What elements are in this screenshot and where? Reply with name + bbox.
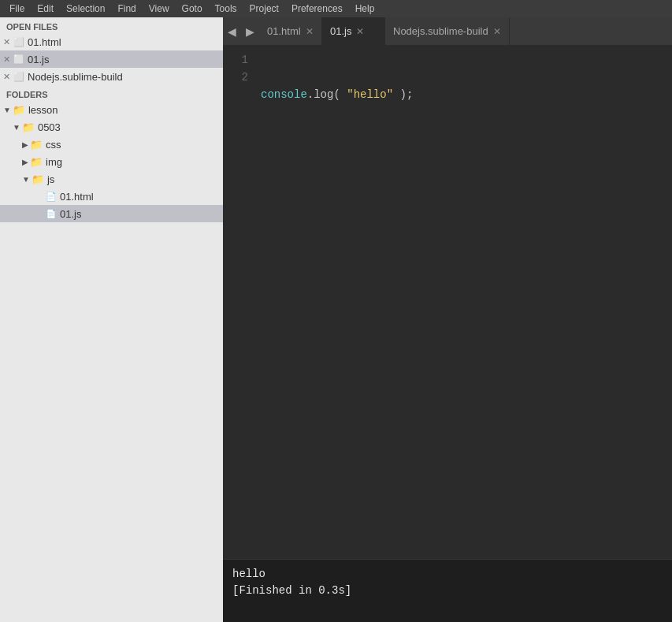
sidebar-open-file-html[interactable]: ✕ ⬜ 01.html [0,33,223,50]
open-files-label: OPEN FILES [0,17,223,33]
file-icon-build: ⬜ [13,72,24,82]
open-file-html-label: 01.html [28,36,61,48]
tabs-bar: ◀ ▶ 01.html ✕ 01.js ✕ Nodejs.sublime-bui… [223,17,672,45]
file-icon-tree-html: 📄 [46,192,57,202]
folders-label: FOLDERS [0,85,223,101]
tab-build-label: Nodejs.sublime-build [393,25,488,37]
sidebar: OPEN FILES ✕ ⬜ 01.html ✕ ⬜ 01.js ✕ ⬜ Nod… [0,17,223,622]
tab-js-label: 01.js [330,25,351,37]
menu-file[interactable]: File [3,2,31,16]
token-dot: . [307,88,314,101]
output-panel: hello [Finished in 0.3s] [223,559,672,622]
tree-item-01js[interactable]: 📄 01.js [0,205,223,222]
menu-preferences[interactable]: Preferences [285,2,349,16]
menu-help[interactable]: Help [349,2,381,16]
folder-icon-img: 📁 [30,156,43,168]
code-area: 1 2 console.log( "hello" ); [223,45,672,559]
main-area: OPEN FILES ✕ ⬜ 01.html ✕ ⬜ 01.js ✕ ⬜ Nod… [0,17,672,622]
token-console: console [261,88,307,101]
menu-goto[interactable]: Goto [176,2,209,16]
tree-item-img[interactable]: ▶ 📁 img [0,153,223,170]
tree-item-0503[interactable]: ▼ 📁 0503 [0,118,223,136]
menu-view[interactable]: View [143,2,176,16]
line-number-1: 1 [223,51,248,69]
menu-project[interactable]: Project [243,2,285,16]
menu-tools[interactable]: Tools [209,2,243,16]
folder-icon-0503: 📁 [22,121,35,133]
tree-label-css: css [46,139,61,151]
tree-item-js-folder[interactable]: ▼ 📁 js [0,170,223,188]
tab-prev-button[interactable]: ◀ [223,17,241,45]
tree-item-01html[interactable]: 📄 01.html [0,188,223,205]
close-icon-build[interactable]: ✕ [3,72,10,82]
code-line-2 [261,138,666,155]
file-icon-js: ⬜ [13,54,24,65]
tree-label-js: js [47,173,54,185]
menu-edit[interactable]: Edit [31,2,60,16]
chevron-down-icon-js: ▼ [22,175,30,184]
chevron-right-icon-css: ▶ [22,140,28,149]
file-icon-html: ⬜ [13,37,24,47]
menubar: File Edit Selection Find View Goto Tools… [0,0,672,17]
code-line-1: console.log( "hello" ); [261,86,666,103]
code-content[interactable]: console.log( "hello" ); [254,45,672,559]
token-space1 [340,88,347,101]
token-paren-open: ( [333,88,340,101]
tab-close-js[interactable]: ✕ [356,26,364,37]
open-file-js-label: 01.js [28,54,49,65]
token-paren-close: ) [399,88,406,101]
menu-selection[interactable]: Selection [60,2,111,16]
close-icon-js[interactable]: ✕ [3,54,10,65]
tab-build[interactable]: Nodejs.sublime-build ✕ [385,17,510,45]
token-semi: ; [407,88,413,101]
sidebar-open-file-js[interactable]: ✕ ⬜ 01.js [0,50,223,68]
token-log: log [314,88,333,101]
tab-html[interactable]: 01.html ✕ [259,17,322,45]
sidebar-open-file-build[interactable]: ✕ ⬜ Nodejs.sublime-build [0,68,223,85]
folder-icon-css: 📁 [30,139,43,151]
tree-item-css[interactable]: ▶ 📁 css [0,136,223,153]
tree-label-lesson: lesson [28,104,58,116]
tree-label-01html: 01.html [60,191,94,203]
token-string: "hello" [347,88,393,101]
tab-html-label: 01.html [267,25,301,37]
folder-icon-js: 📁 [32,173,44,185]
file-icon-tree-js: 📄 [46,209,57,219]
output-line-1: hello [232,566,663,583]
line-number-2: 2 [223,69,248,86]
chevron-down-icon-0503: ▼ [13,123,20,132]
tree-label-0503: 0503 [38,121,61,133]
chevron-down-icon: ▼ [3,106,11,114]
output-line-2: [Finished in 0.3s] [232,583,663,599]
tab-close-build[interactable]: ✕ [493,26,501,37]
tree-label-img: img [46,156,62,168]
tab-next-button[interactable]: ▶ [241,17,259,45]
tab-js[interactable]: 01.js ✕ [322,17,385,45]
line-numbers: 1 2 [223,45,254,559]
tree-item-lesson[interactable]: ▼ 📁 lesson [0,101,223,118]
menu-find[interactable]: Find [111,2,142,16]
open-file-build-label: Nodejs.sublime-build [28,71,123,83]
folder-icon-lesson: 📁 [13,104,25,116]
chevron-right-icon-img: ▶ [22,158,28,166]
close-icon-html[interactable]: ✕ [3,37,10,47]
editor-area: ◀ ▶ 01.html ✕ 01.js ✕ Nodejs.sublime-bui… [223,17,672,622]
tab-close-html[interactable]: ✕ [306,26,314,37]
tree-label-01js: 01.js [60,208,81,220]
